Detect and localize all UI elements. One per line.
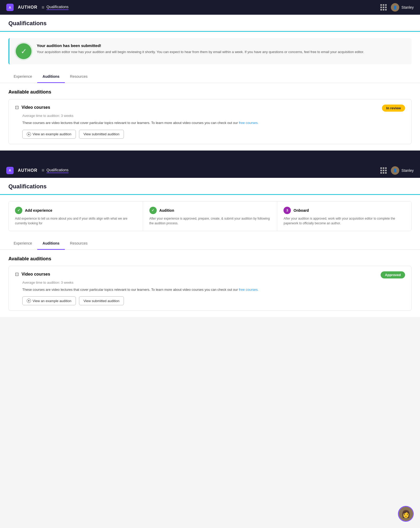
card-title-area-1: ⊡ Video courses bbox=[15, 105, 50, 110]
status-badge-1: In review bbox=[382, 105, 405, 112]
content-1: Available auditions ⊡ Video courses In r… bbox=[0, 83, 420, 151]
video-icon-1: ⊡ bbox=[15, 105, 19, 110]
banner-body: Your acquisition editor now has your aud… bbox=[37, 49, 364, 55]
tab-experience-2[interactable]: Experience bbox=[8, 237, 37, 250]
video-courses-card-1: ⊡ Video courses In review Average time t… bbox=[8, 99, 412, 144]
page-header-2: Qualifications bbox=[0, 178, 420, 195]
step-header-1: ✓ Add experience bbox=[15, 207, 136, 214]
navbar-1: A AUTHOR ≡ Qualifications 👤 Stanley bbox=[0, 0, 420, 15]
step-title-2: Audition bbox=[159, 208, 174, 213]
tabs-2: Experience Auditions Resources bbox=[0, 237, 420, 250]
logo-1: A bbox=[6, 4, 14, 11]
view-submitted-button-2[interactable]: View submitted audition bbox=[79, 296, 124, 305]
tab-resources-2[interactable]: Resources bbox=[65, 237, 93, 250]
tab-auditions-2[interactable]: Auditions bbox=[37, 237, 65, 250]
step-header-3: 3 Onboard bbox=[284, 207, 405, 214]
step-onboard: 3 Onboard After your audition is approve… bbox=[277, 201, 411, 231]
banner-heading: Your audition has been submitted! bbox=[37, 43, 364, 48]
view-example-label-2: View an example audition bbox=[33, 299, 71, 303]
checkmark-icon: ✓ bbox=[21, 47, 27, 56]
card-subtitle-1: Average time to audition: 3 weeks bbox=[22, 114, 405, 118]
free-courses-link-1[interactable]: free courses. bbox=[239, 121, 259, 125]
submission-banner: ✓ Your audition has been submitted! Your… bbox=[8, 38, 412, 64]
free-courses-link-2[interactable]: free courses. bbox=[239, 288, 259, 292]
card-desc-1: These courses are video lectures that co… bbox=[22, 120, 405, 126]
steps-bar: ✓ Add experience Add experience to tell … bbox=[8, 201, 412, 231]
play-icon-2 bbox=[27, 299, 31, 303]
step-desc-1: Add experience to tell us more about you… bbox=[15, 216, 136, 226]
view-example-label-1: View an example audition bbox=[33, 132, 71, 136]
grid-icon-1[interactable] bbox=[380, 4, 387, 11]
content-2: Available auditions ⊡ Video courses Appr… bbox=[0, 250, 420, 317]
navbar-right-1: 👤 Stanley bbox=[380, 3, 414, 12]
card-desc-text-1: These courses are video lectures that co… bbox=[22, 121, 238, 125]
user-name-1: Stanley bbox=[401, 5, 414, 9]
brand-name-2: AUTHOR bbox=[18, 168, 37, 173]
avatar-2: 👤 bbox=[391, 166, 399, 175]
step-desc-2: After your experience is approved, prepa… bbox=[149, 216, 271, 226]
play-icon-1 bbox=[27, 132, 31, 136]
step-badge-done-2: ✓ bbox=[149, 207, 157, 214]
card-title-2: Video courses bbox=[22, 272, 50, 277]
page-title-2: Qualifications bbox=[8, 183, 412, 194]
view-example-button-1[interactable]: View an example audition bbox=[22, 130, 76, 139]
logo-2: A bbox=[6, 167, 14, 174]
step-badge-num-3: 3 bbox=[284, 207, 291, 214]
view-submitted-label-2: View submitted audition bbox=[83, 299, 119, 303]
tab-auditions-1[interactable]: Auditions bbox=[37, 71, 65, 83]
navbar-2: A AUTHOR ≡ Qualifications 👤 Stanley bbox=[0, 163, 420, 178]
card-title-1: Video courses bbox=[22, 105, 50, 110]
nav-title-area-1: ≡ Qualifications bbox=[41, 5, 69, 10]
avatar-1: 👤 bbox=[391, 3, 399, 12]
step-title-3: Onboard bbox=[293, 208, 309, 213]
step-desc-3: After your audition is approved, work wi… bbox=[284, 216, 405, 226]
navbar-left-1: A AUTHOR ≡ Qualifications bbox=[6, 4, 69, 11]
grid-icon-2[interactable] bbox=[380, 167, 387, 174]
tabs-1: Experience Auditions Resources bbox=[0, 71, 420, 83]
nav-title-area-2: ≡ Qualifications bbox=[41, 168, 69, 173]
video-icon-2: ⊡ bbox=[15, 271, 19, 277]
tab-resources-1[interactable]: Resources bbox=[65, 71, 93, 83]
nav-label-1[interactable]: Qualifications bbox=[46, 5, 69, 10]
card-title-area-2: ⊡ Video courses bbox=[15, 271, 50, 277]
card-actions-1: View an example audition View submitted … bbox=[22, 130, 405, 139]
step-title-1: Add experience bbox=[25, 208, 52, 213]
user-name-2: Stanley bbox=[401, 168, 414, 173]
card-header-1: ⊡ Video courses In review bbox=[15, 105, 405, 112]
user-area-2[interactable]: 👤 Stanley bbox=[391, 166, 414, 175]
banner-text: Your audition has been submitted! Your a… bbox=[37, 43, 364, 55]
tab-experience-1[interactable]: Experience bbox=[8, 71, 37, 83]
nav-label-2[interactable]: Qualifications bbox=[46, 168, 69, 173]
step-audition: ✓ Audition After your experience is appr… bbox=[143, 201, 277, 231]
page-header-1: Qualifications bbox=[0, 15, 420, 32]
card-desc-2: These courses are video lectures that co… bbox=[22, 287, 405, 292]
user-area-1[interactable]: 👤 Stanley bbox=[391, 3, 414, 12]
available-auditions-heading-1: Available auditions bbox=[8, 89, 412, 95]
available-auditions-heading-2: Available auditions bbox=[8, 256, 412, 262]
page-title-1: Qualifications bbox=[8, 20, 412, 31]
navbar-right-2: 👤 Stanley bbox=[380, 166, 414, 175]
view-submitted-label-1: View submitted audition bbox=[83, 132, 119, 136]
navbar-left-2: A AUTHOR ≡ Qualifications bbox=[6, 167, 69, 174]
video-courses-card-2: ⊡ Video courses Approved Average time to… bbox=[8, 266, 412, 311]
section-divider bbox=[0, 151, 420, 163]
card-desc-text-2: These courses are video lectures that co… bbox=[22, 288, 238, 292]
status-badge-2: Approved bbox=[381, 271, 405, 278]
view-submitted-button-1[interactable]: View submitted audition bbox=[79, 130, 124, 139]
view-example-button-2[interactable]: View an example audition bbox=[22, 296, 76, 305]
step-add-experience: ✓ Add experience Add experience to tell … bbox=[9, 201, 143, 231]
banner-icon: ✓ bbox=[16, 43, 32, 59]
card-actions-2: View an example audition View submitted … bbox=[22, 296, 405, 305]
card-subtitle-2: Average time to audition: 3 weeks bbox=[22, 281, 405, 284]
card-header-2: ⊡ Video courses Approved bbox=[15, 271, 405, 278]
step-badge-done-1: ✓ bbox=[15, 207, 22, 214]
step-header-2: ✓ Audition bbox=[149, 207, 271, 214]
brand-name-1: AUTHOR bbox=[18, 5, 37, 10]
